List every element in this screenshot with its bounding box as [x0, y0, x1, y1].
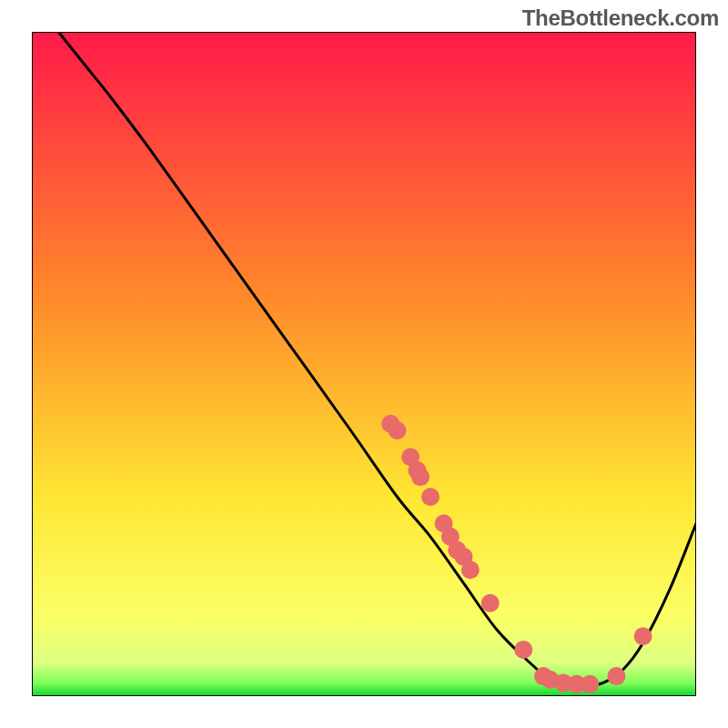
bottleneck-chart	[32, 32, 696, 696]
data-marker	[421, 488, 440, 506]
watermark-label: TheBottleneck.com	[522, 5, 719, 31]
plot-area	[32, 32, 696, 696]
chart-frame: TheBottleneck.com	[0, 0, 728, 728]
data-marker	[481, 594, 500, 612]
data-marker	[634, 627, 652, 645]
data-marker	[581, 675, 599, 693]
data-marker	[411, 468, 430, 486]
gradient-background	[32, 32, 696, 696]
data-marker	[461, 561, 480, 579]
data-marker	[607, 667, 625, 685]
data-marker	[514, 641, 532, 659]
data-marker	[389, 421, 407, 440]
